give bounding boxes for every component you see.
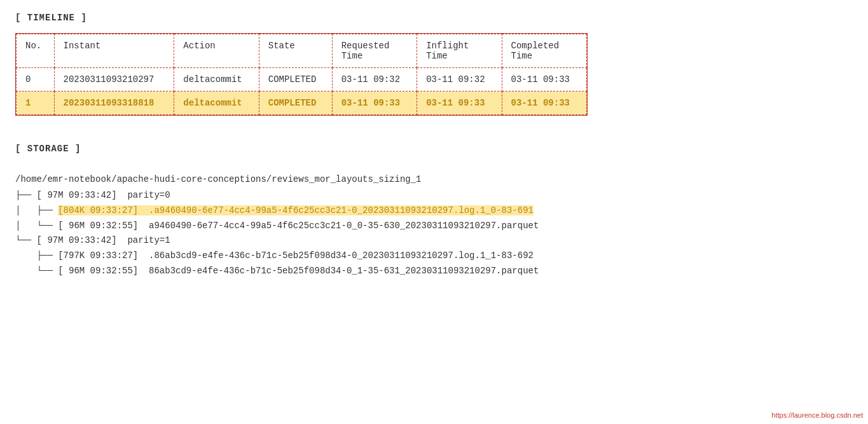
tree-line-item: ├── [ 97M 09:33:42] parity=0 bbox=[15, 188, 853, 203]
table-cell-requested_time: 03-11 09:33 bbox=[332, 92, 417, 115]
table-cell-state: COMPLETED bbox=[259, 92, 332, 115]
tree-line-item: └── [ 96M 09:32:55] 86ab3cd9-e4fe-436c-b… bbox=[15, 264, 853, 279]
table-cell-no: 0 bbox=[17, 68, 55, 92]
tree-line-item: │ ├── [804K 09:33:27] .a9460490-6e77-4cc… bbox=[15, 203, 853, 219]
timeline-table: No.InstantActionStateRequested TimeInfli… bbox=[16, 34, 587, 115]
tree-line-item: │ └── [ 96M 09:32:55] a9460490-6e77-4cc4… bbox=[15, 219, 853, 234]
table-cell-instant: 20230311093318818 bbox=[54, 92, 174, 115]
storage-base-path: /home/emr-notebook/apache-hudi-core-conc… bbox=[15, 174, 853, 184]
storage-tree: ├── [ 97M 09:33:42] parity=0│ ├── [804K … bbox=[15, 188, 853, 279]
highlighted-file: [804K 09:33:27] .a9460490-6e77-4cc4-99a5… bbox=[58, 205, 534, 215]
tree-line-item: └── [ 97M 09:33:42] parity=1 bbox=[15, 233, 853, 249]
table-cell-completed_time: 03-11 09:33 bbox=[502, 68, 586, 92]
table-cell-action: deltacommit bbox=[174, 92, 259, 115]
storage-section: [ STORAGE ] /home/emr-notebook/apache-hu… bbox=[15, 144, 853, 279]
table-cell-action: deltacommit bbox=[174, 68, 259, 92]
table-header-state: State bbox=[259, 34, 332, 68]
table-cell-no: 1 bbox=[17, 92, 55, 115]
timeline-section-header: [ TIMELINE ] bbox=[15, 13, 853, 23]
table-cell-inflight_time: 03-11 09:32 bbox=[417, 68, 502, 92]
table-cell-inflight_time: 03-11 09:33 bbox=[417, 92, 502, 115]
table-header-no: No. bbox=[17, 34, 55, 68]
table-row: 020230311093210297deltacommitCOMPLETED03… bbox=[17, 68, 587, 92]
table-cell-state: COMPLETED bbox=[259, 68, 332, 92]
table-header-requested_time: Requested Time bbox=[332, 34, 417, 68]
table-cell-instant: 20230311093210297 bbox=[54, 68, 174, 92]
table-cell-completed_time: 03-11 09:33 bbox=[502, 92, 586, 115]
storage-section-header: [ STORAGE ] bbox=[15, 144, 853, 154]
table-row: 120230311093318818deltacommitCOMPLETED03… bbox=[17, 92, 587, 115]
timeline-table-wrapper: No.InstantActionStateRequested TimeInfli… bbox=[15, 33, 588, 116]
table-header-inflight_time: Inflight Time bbox=[417, 34, 502, 68]
table-header-row: No.InstantActionStateRequested TimeInfli… bbox=[17, 34, 587, 68]
table-header-instant: Instant bbox=[54, 34, 174, 68]
table-cell-requested_time: 03-11 09:32 bbox=[332, 68, 417, 92]
tree-line-item: ├── [797K 09:33:27] .86ab3cd9-e4fe-436c-… bbox=[15, 249, 853, 264]
table-header-completed_time: Completed Time bbox=[502, 34, 586, 68]
table-header-action: Action bbox=[174, 34, 259, 68]
